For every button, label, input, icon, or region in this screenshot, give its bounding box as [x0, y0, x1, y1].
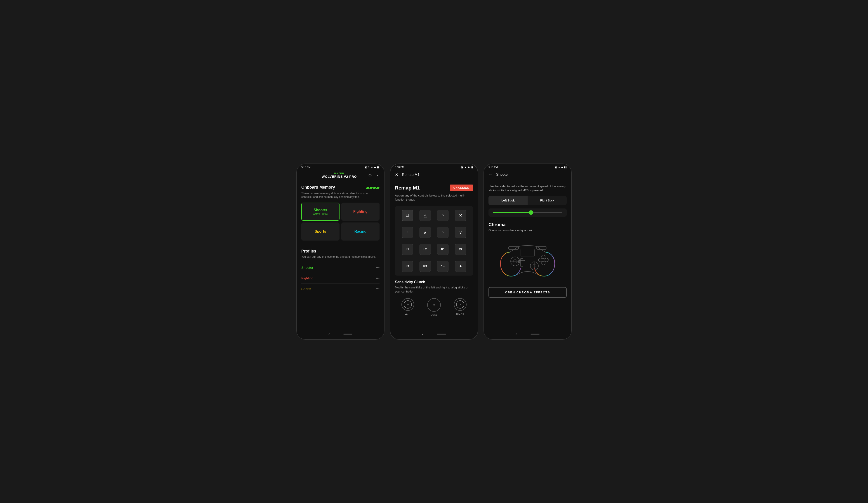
profile-shooter-more[interactable]: •••	[376, 266, 380, 270]
left-stick-tab[interactable]: Left Stick	[488, 196, 528, 205]
cross-button[interactable]: ✕	[455, 210, 466, 221]
svg-rect-2	[521, 249, 534, 257]
profile-shooter-name: Shooter	[301, 266, 313, 270]
r1-button[interactable]: R1	[437, 244, 448, 255]
shooter-page-title: Shooter	[496, 172, 509, 177]
status-icons-3: ▣ ▲ ◆ ▮▮	[555, 166, 567, 169]
back-arrow-icon[interactable]: ←	[488, 172, 493, 177]
dpad-right-icon: ›	[442, 230, 444, 235]
controller-image	[488, 237, 567, 282]
remap-header: ✕ Remap M1	[390, 170, 478, 180]
misc-button[interactable]: ●	[455, 261, 466, 272]
dpad-up-icon: ∧	[424, 230, 426, 235]
battery-icon-3: ▮▮	[564, 166, 567, 169]
analog-left[interactable]: ⊕ LEFT	[402, 298, 414, 316]
r3-button[interactable]: R3	[420, 261, 431, 272]
button-grid: □ △ ○ ✕ ‹	[395, 206, 473, 275]
time-1: 5:18 PM	[301, 166, 311, 168]
slot-shooter-sub: Active Profile	[313, 212, 328, 215]
shooter-content: Use the slider to reduce the movement sp…	[484, 180, 571, 302]
back-nav-icon-2[interactable]: ‹	[422, 332, 423, 336]
settings-icon[interactable]: ⚙	[368, 173, 372, 178]
signal-icon: ◆	[374, 166, 376, 169]
unassign-button[interactable]: UNASSIGN	[450, 185, 473, 191]
slider-thumb[interactable]	[529, 210, 533, 215]
dpad-up-button[interactable]: ∧	[420, 227, 431, 238]
l1-button[interactable]: L1	[402, 244, 413, 255]
home-indicator-3[interactable]	[530, 334, 539, 335]
home-indicator[interactable]	[343, 334, 352, 335]
profile-row-sports[interactable]: Sports •••	[301, 284, 380, 294]
profile-sports-more[interactable]: •••	[376, 287, 380, 291]
slider-description: Use the slider to reduce the movement sp…	[488, 184, 567, 192]
wifi-icon: ▲	[371, 166, 373, 168]
svg-point-13	[541, 261, 545, 265]
thumbstick-button[interactable]: ⌃⌄	[437, 261, 448, 272]
slot-racing-name: Racing	[354, 230, 366, 233]
right-stick-tab[interactable]: Right Stick	[528, 196, 567, 205]
profile-row-shooter[interactable]: Shooter •••	[301, 262, 380, 273]
dpad-left-button[interactable]: ‹	[402, 227, 413, 238]
slot-sports-name: Sports	[315, 230, 326, 233]
battery-icon-2: ▮▮	[471, 166, 473, 169]
square-button[interactable]: □	[402, 210, 413, 221]
dpad-down-button[interactable]: ∨	[455, 227, 466, 238]
slot-sports[interactable]: Sports	[301, 222, 340, 241]
time-2: 5:18 PM	[395, 166, 404, 168]
profiles-section: Profiles You can edit any of these to th…	[301, 249, 380, 294]
notification-icon-2: ▣	[461, 166, 463, 169]
remap-title-row: Remap M1 UNASSIGN	[395, 185, 473, 191]
sensitivity-title: Sensitivity Clutch	[395, 280, 473, 284]
nav-bar-2: ‹	[390, 329, 478, 339]
analog-left-circle: ⊕	[402, 298, 414, 311]
dpad-left-icon: ‹	[407, 230, 408, 235]
battery-icon-status: ▮▮	[377, 166, 380, 169]
time-3: 5:18 PM	[488, 166, 498, 168]
dpad-down-icon: ∨	[459, 230, 462, 235]
svg-point-14	[538, 258, 542, 262]
analog-icons: ⊕ LEFT ⊕ DUAL	[395, 298, 473, 316]
chroma-title: Chroma	[488, 222, 567, 227]
open-chroma-button[interactable]: OPEN CHROMA EFFECTS	[488, 287, 567, 298]
profile-fighting-more[interactable]: •••	[376, 276, 380, 280]
signal-icon-3: ▲	[558, 166, 560, 168]
app-title-block: RAZER WOLVERINE V2 PRO	[322, 172, 357, 178]
back-nav-icon-3[interactable]: ‹	[516, 332, 517, 336]
triangle-icon: △	[424, 213, 427, 218]
app-header: RAZER WOLVERINE V2 PRO ⚙ ⋮	[297, 170, 384, 181]
analog-right[interactable]: ↗ RIGHT	[454, 298, 466, 316]
slot-fighting[interactable]: Fighting	[341, 202, 380, 221]
more-icon[interactable]: ⋮	[375, 173, 380, 178]
l2-button[interactable]: L2	[420, 244, 431, 255]
profile-row-fighting[interactable]: Fighting •••	[301, 273, 380, 284]
l2-label: L2	[423, 248, 427, 251]
slot-shooter-name: Shooter	[313, 208, 327, 212]
nav-bar-3: ‹	[484, 329, 571, 339]
memory-title: Onboard Memory	[301, 185, 335, 190]
cross-icon: ✕	[459, 213, 462, 218]
slider-track[interactable]	[493, 212, 562, 213]
dpad-right-button[interactable]: ›	[437, 227, 448, 238]
back-nav-icon[interactable]: ‹	[329, 332, 330, 336]
r2-label: R2	[459, 248, 463, 251]
svg-rect-1	[537, 247, 547, 249]
close-icon[interactable]: ✕	[395, 172, 398, 177]
r2-button[interactable]: R2	[455, 244, 466, 255]
triangle-button[interactable]: △	[420, 210, 431, 221]
analog-dual[interactable]: ⊕ DUAL	[427, 298, 441, 316]
slot-shooter[interactable]: Shooter Active Profile	[301, 202, 340, 221]
remap-content: Remap M1 UNASSIGN Assign any of the cont…	[390, 180, 478, 325]
phone-3: 5:18 PM ▣ ▲ ◆ ▮▮ ← Shooter Use the slide…	[484, 164, 572, 340]
l3-button[interactable]: L3	[402, 261, 413, 272]
status-icons-2: ▣ ▲ ◆ ▮▮	[461, 166, 473, 169]
slot-racing[interactable]: Racing	[341, 222, 380, 241]
left-stick-label: Left Stick	[502, 199, 515, 202]
device-name: WOLVERINE V2 PRO	[322, 175, 357, 178]
circle-icon: ○	[442, 213, 444, 218]
circle-button[interactable]: ○	[437, 210, 448, 221]
chroma-desc: Give your controller a unique look.	[488, 229, 567, 232]
wifi-icon-3: ◆	[561, 166, 563, 169]
remap-description: Assign any of the controls below to the …	[395, 193, 473, 202]
home-indicator-2[interactable]	[437, 334, 446, 335]
signal-icon-2: ▲	[464, 166, 467, 168]
